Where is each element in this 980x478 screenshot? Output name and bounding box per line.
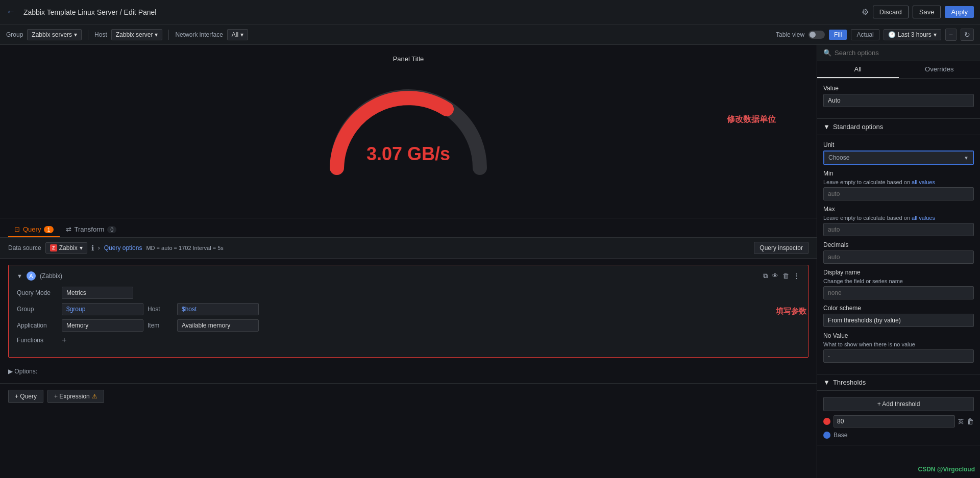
save-button[interactable]: Save (913, 6, 941, 18)
thresholds-content: + Add threshold 英 🗑 Base (817, 391, 980, 445)
time-range-button[interactable]: 🕐 Last 3 hours ▾ (884, 29, 941, 40)
add-query-button[interactable]: + Query (8, 390, 43, 403)
info-icon[interactable]: ℹ (91, 244, 94, 252)
collapse-arrow[interactable]: ▼ (17, 273, 22, 279)
color-scheme-select[interactable]: From thresholds (by value) (823, 314, 974, 327)
time-icon: 🕐 (888, 31, 896, 38)
application-field-input[interactable] (62, 319, 143, 332)
tab-all[interactable]: All (817, 61, 899, 78)
more-icon[interactable]: ⋮ (793, 272, 800, 280)
add-threshold-button[interactable]: + Add threshold (823, 397, 974, 411)
options-row[interactable]: ▶ Options: (0, 364, 817, 379)
top-bar: ← Zabbix Template Linux Server / Edit Pa… (0, 0, 980, 24)
tab-transform[interactable]: ⇄ Transform 0 (60, 222, 123, 237)
value-input[interactable] (823, 94, 974, 107)
watermark: CSDN @Virgocloud (918, 466, 975, 473)
unit-select[interactable]: Choose (824, 152, 973, 164)
apply-button[interactable]: Apply (945, 6, 974, 18)
eye-icon[interactable]: 👁 (772, 272, 778, 280)
value-label: Value (823, 85, 974, 92)
settings-icon[interactable]: ⚙ (862, 7, 869, 17)
min-input[interactable] (823, 187, 974, 200)
toolbar: Group Zabbix servers ▾ Host Zabbix serve… (0, 24, 980, 45)
group-field-input[interactable] (62, 303, 143, 315)
host-field-input[interactable] (177, 303, 259, 315)
query-inspector-button[interactable]: Query inspector (754, 242, 808, 254)
color-scheme-label: Color scheme (823, 305, 974, 312)
value-field: Value (823, 85, 974, 107)
network-dropdown[interactable]: All ▾ (227, 29, 248, 40)
item-field-input[interactable] (177, 319, 259, 332)
query-tab-icon: ⊡ (14, 225, 20, 233)
query-mode-row: Query Mode Metrics (17, 287, 800, 299)
discard-button[interactable]: Discard (873, 6, 909, 18)
tab-overrides[interactable]: Overrides (899, 61, 981, 78)
zoom-out-button[interactable]: − (945, 29, 957, 41)
decimals-input[interactable] (823, 250, 974, 264)
min-label: Min (823, 170, 974, 177)
host-chevron: ▾ (155, 31, 158, 38)
thresholds-chevron: ▼ (823, 379, 830, 386)
fill-button[interactable]: Fill (829, 30, 847, 40)
min-all-values-link[interactable]: all values (912, 179, 935, 185)
standard-options-header[interactable]: ▼ Standard options (817, 119, 980, 135)
options-tabs: All Overrides (817, 61, 980, 79)
group-field-label: Group (17, 306, 58, 313)
modify-unit-annotation: 修改数据单位 (727, 114, 776, 125)
decimals-field: Decimals (823, 241, 974, 264)
time-chevron: ▾ (934, 31, 937, 38)
display-name-sublabel: Change the field or series name (823, 278, 974, 284)
thresholds-header[interactable]: ▼ Thresholds (817, 374, 980, 391)
page-title: Zabbix Template Linux Server / Edit Pane… (23, 8, 156, 16)
svg-text:3.07 GB/s: 3.07 GB/s (366, 143, 450, 164)
back-button[interactable]: ← (6, 7, 15, 17)
gauge-container: 3.07 GB/s (311, 71, 505, 183)
table-view-label: Table view (776, 31, 804, 38)
transform-tab-icon: ⇄ (66, 225, 71, 233)
warning-icon: ⚠ (92, 393, 97, 400)
add-expression-button[interactable]: + Expression ⚠ (47, 390, 104, 403)
threshold-delete-button[interactable]: 🗑 (967, 417, 974, 425)
color-scheme-field: Color scheme From thresholds (by value) (823, 305, 974, 327)
search-options-header: 🔍 (817, 45, 980, 61)
search-options-input[interactable] (835, 49, 974, 57)
group-label: Group (6, 31, 23, 38)
no-value-input[interactable] (823, 349, 974, 363)
max-all-values-link[interactable]: all values (912, 215, 935, 221)
max-input[interactable] (823, 223, 974, 236)
no-value-sublabel: What to show when there is no value (823, 341, 974, 347)
group-chevron: ▾ (74, 31, 77, 38)
threshold-color-dot (823, 418, 830, 425)
query-editor-header: ▼ A (Zabbix) ⧉ 👁 🗑 ⋮ (13, 269, 804, 283)
copy-icon[interactable]: ⧉ (763, 272, 768, 280)
functions-label: Functions (17, 337, 58, 344)
max-field: Max Leave empty to calculate based on al… (823, 206, 974, 236)
query-source: (Zabbix) (40, 272, 62, 280)
datasource-chevron: ▾ (80, 244, 83, 251)
table-view-toggle[interactable] (808, 31, 825, 39)
transform-tab-label: Transform (75, 225, 105, 233)
threshold-row: 英 🗑 (823, 415, 974, 427)
group-dropdown[interactable]: Zabbix servers ▾ (27, 29, 82, 40)
trash-icon[interactable]: 🗑 (782, 272, 789, 280)
threshold-value-input[interactable] (834, 415, 955, 427)
query-section: ⊡ Query 1 ⇄ Transform 0 Data source Z Za… (0, 218, 817, 478)
base-color-dot (823, 432, 830, 439)
add-function-button[interactable]: + (62, 336, 66, 345)
query-editor: ▼ A (Zabbix) ⧉ 👁 🗑 ⋮ Query Mod (8, 265, 808, 358)
unit-select-wrapper: Choose ▼ (823, 150, 974, 165)
actual-button[interactable]: Actual (851, 29, 879, 40)
std-options-chevron: ▼ (823, 123, 830, 131)
datasource-button[interactable]: Z Zabbix ▾ (45, 242, 87, 254)
min-field: Min Leave empty to calculate based on al… (823, 170, 974, 200)
group-value: Zabbix servers (32, 31, 72, 38)
no-value-field: No Value What to show when there is no v… (823, 332, 974, 363)
time-range-value: Last 3 hours (898, 31, 932, 38)
tab-query[interactable]: ⊡ Query 1 (8, 222, 60, 237)
query-mode-select[interactable]: Metrics (62, 287, 133, 299)
refresh-button[interactable]: ↻ (961, 29, 974, 41)
host-dropdown[interactable]: Zabbix server ▾ (111, 29, 163, 40)
query-form: Query Mode Metrics Group Host (13, 283, 804, 353)
display-name-input[interactable] (823, 286, 974, 299)
query-options-link[interactable]: Query options (104, 244, 142, 251)
